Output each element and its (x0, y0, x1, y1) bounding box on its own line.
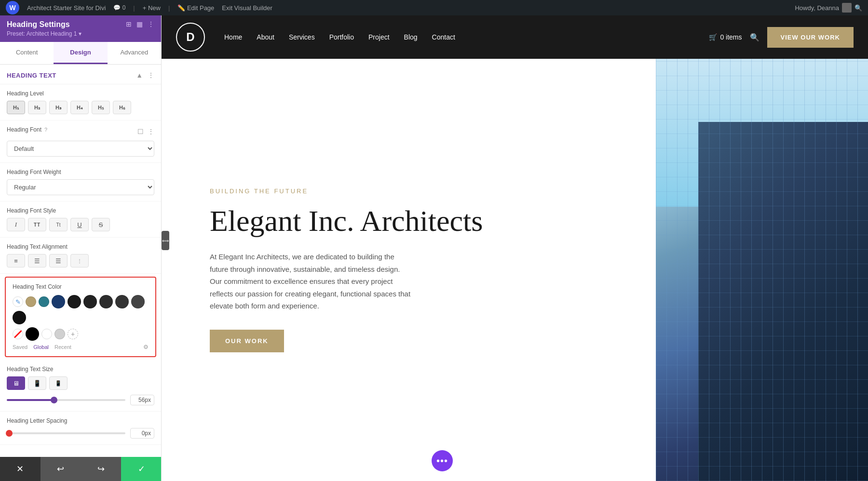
wp-admin-bar: W Architect Starter Site for Divi 💬 0 | … (0, 0, 868, 15)
nav-home[interactable]: Home (224, 33, 242, 41)
add-color-button[interactable]: + (68, 329, 78, 339)
collapse-icon[interactable]: ▲ (136, 71, 143, 79)
uppercase-button[interactable]: TT (28, 218, 46, 231)
device-group: 🖥 📱 📱 (7, 376, 154, 390)
size-input[interactable]: 56px (130, 395, 154, 405)
desktop-device-button[interactable]: 🖥 (7, 376, 25, 390)
capitalize-button[interactable]: Tt (49, 218, 68, 231)
nav-search-icon[interactable]: 🔍 (750, 33, 760, 42)
undo-button[interactable]: ↩ (41, 457, 81, 481)
resize-handle[interactable]: ⟺ (162, 231, 169, 250)
saved-tab[interactable]: Saved (13, 344, 27, 350)
heading-level-row: Heading Level H₁ H₂ H₃ H₄ H₅ H₆ (0, 84, 161, 120)
nav-portfolio[interactable]: Portfolio (329, 33, 354, 41)
size-slider[interactable] (7, 399, 125, 401)
panel-preset[interactable]: Preset: Architect Heading 1 ▾ (7, 30, 81, 37)
h4-button[interactable]: H₄ (70, 101, 89, 114)
fullscreen-icon[interactable]: ⊞ (126, 20, 132, 28)
settings-panel: Heading Settings Preset: Architect Headi… (0, 15, 162, 481)
our-work-button[interactable]: OUR WORK (210, 330, 284, 352)
strikethrough-button[interactable]: S (92, 218, 110, 231)
h6-button[interactable]: H₆ (113, 101, 131, 114)
color-near-black2[interactable] (83, 295, 97, 308)
hero-section: BUILDING THE FUTURE Elegant Inc. Archite… (162, 59, 868, 481)
font-weight-label: Heading Font Weight (7, 169, 154, 175)
recent-tab[interactable]: Recent (54, 344, 71, 350)
global-tab[interactable]: Global (33, 344, 49, 350)
site-name[interactable]: Architect Starter Site for Divi (27, 4, 106, 12)
nav-services[interactable]: Services (289, 33, 315, 41)
site-logo[interactable]: D (176, 23, 205, 52)
floating-menu-button[interactable]: ••• (432, 450, 453, 471)
save-button[interactable]: ✓ (121, 457, 162, 481)
columns-icon[interactable]: ▦ (136, 20, 143, 28)
letter-spacing-label: Heading Letter Spacing (7, 417, 154, 424)
new-button[interactable]: + New (143, 4, 161, 12)
font-weight-select[interactable]: Regular (7, 179, 154, 195)
panel-header-icons: ⊞ ▦ ⋮ (126, 20, 154, 28)
letter-spacing-input[interactable]: 0px (130, 428, 154, 439)
color-tan[interactable] (26, 296, 36, 307)
align-justify-button[interactable]: ⋮ (70, 254, 89, 267)
nav-blog[interactable]: Blog (404, 33, 418, 41)
comment-icon[interactable]: 💬 0 (113, 4, 125, 11)
panel-content: Heading Text ▲ ⋮ Heading Level H₁ H₂ H₃ … (0, 65, 161, 481)
color-black2[interactable] (26, 327, 39, 341)
h5-button[interactable]: H₅ (92, 101, 110, 114)
edit-page-link[interactable]: ✏️ Edit Page (177, 4, 214, 12)
h2-button[interactable]: H₂ (28, 101, 46, 114)
hero-image-area (656, 59, 868, 481)
size-slider-thumb[interactable] (51, 397, 57, 403)
search-icon[interactable]: 🔍 (854, 4, 862, 12)
eyedropper-tool[interactable]: ✎ (13, 296, 23, 307)
letter-spacing-slider[interactable] (7, 432, 125, 434)
underline-button[interactable]: U (70, 218, 89, 231)
wp-logo[interactable]: W (6, 1, 19, 14)
cart-area[interactable]: 🛒 0 items (709, 33, 742, 41)
font-select[interactable]: Default (7, 141, 154, 157)
color-transparent[interactable] (13, 329, 23, 339)
help-icon[interactable]: ? (44, 127, 47, 133)
tab-advanced[interactable]: Advanced (108, 42, 161, 64)
font-more-icon[interactable]: ⋮ (148, 128, 154, 135)
color-near-black1[interactable] (68, 295, 81, 308)
color-light-gray[interactable] (54, 329, 65, 339)
size-label: Heading Text Size (7, 366, 154, 373)
section-more-icon[interactable]: ⋮ (148, 71, 154, 79)
heading-font-label: Heading Font ? (7, 126, 47, 133)
color-black[interactable] (13, 311, 26, 324)
hero-tagline: BUILDING THE FUTURE (210, 187, 627, 195)
view-work-button[interactable]: VIEW OUR WORK (767, 27, 854, 48)
align-center-button[interactable]: ☰ (28, 254, 46, 267)
exit-visual-builder-link[interactable]: Exit Visual Builder (222, 4, 272, 12)
italic-button[interactable]: I (7, 218, 25, 231)
h3-button[interactable]: H₃ (49, 101, 68, 114)
redo-button[interactable]: ↪ (81, 457, 122, 481)
more-icon[interactable]: ⋮ (148, 20, 154, 28)
mobile-icon[interactable]: ☐ (137, 128, 144, 135)
cart-count: 0 items (720, 33, 742, 41)
nav-right: 🛒 0 items 🔍 VIEW OUR WORK (709, 27, 854, 48)
user-avatar[interactable] (842, 3, 852, 13)
tablet-device-button[interactable]: 📱 (28, 376, 46, 390)
h1-button[interactable]: H₁ (7, 101, 25, 114)
color-white[interactable] (41, 329, 52, 339)
font-style-label: Heading Font Style (7, 207, 154, 214)
color-near-black3[interactable] (99, 295, 113, 308)
color-dark2[interactable] (131, 295, 145, 308)
cancel-button[interactable]: ✕ (0, 457, 41, 481)
color-teal[interactable] (39, 296, 49, 307)
nav-contact[interactable]: Contact (432, 33, 455, 41)
tab-content[interactable]: Content (0, 42, 54, 64)
mobile-device-button[interactable]: 📱 (49, 376, 68, 390)
align-right-button[interactable]: ☰ (49, 254, 68, 267)
nav-about[interactable]: About (257, 33, 274, 41)
align-left-button[interactable]: ≡ (7, 254, 25, 267)
color-dark-blue[interactable] (52, 295, 65, 308)
nav-project[interactable]: Project (368, 33, 390, 41)
tab-design[interactable]: Design (54, 42, 107, 64)
user-menu[interactable]: Howdy, Deanna 🔍 (795, 3, 862, 13)
color-settings-icon[interactable]: ⚙ (143, 344, 149, 350)
color-dark1[interactable] (115, 295, 129, 308)
letter-spacing-thumb[interactable] (6, 430, 13, 437)
